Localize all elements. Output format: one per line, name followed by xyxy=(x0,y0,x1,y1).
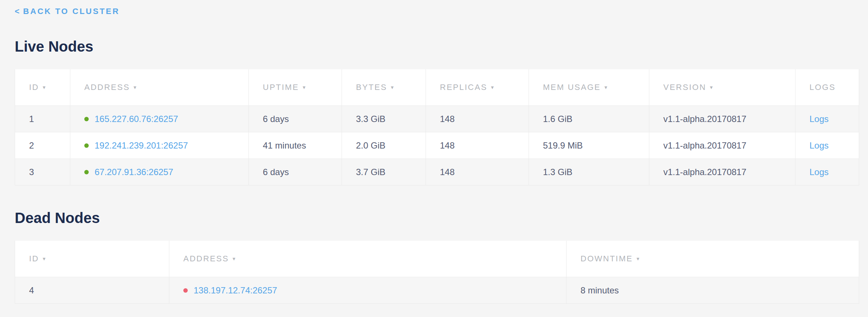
back-chevron-icon: < xyxy=(15,7,20,16)
column-label-bytes[interactable]: BYTES xyxy=(356,83,387,92)
column-header-logs: LOGS xyxy=(795,69,859,105)
column-label-address[interactable]: ADDRESS xyxy=(183,254,229,264)
sort-arrow-icon[interactable]: ▾ xyxy=(43,84,46,91)
column-header-address[interactable]: ADDRESS ▾ xyxy=(169,241,567,277)
cell-node-bytes: 2.0 GiB xyxy=(342,132,426,158)
cell-node-bytes: 3.3 GiB xyxy=(342,106,426,132)
cell-node-logs: Logs xyxy=(795,159,859,185)
node-replicas: 148 xyxy=(440,140,455,151)
cell-node-version: v1.1-alpha.20170817 xyxy=(649,106,795,132)
node-downtime: 8 minutes xyxy=(581,285,619,296)
column-header-address[interactable]: ADDRESS ▾ xyxy=(70,69,249,105)
cell-node-id: 2 xyxy=(15,132,70,158)
live-node-row-3: 3 67.207.91.36:26257 6 days 3.7 GiB 148 … xyxy=(15,158,859,185)
cell-node-logs: Logs xyxy=(795,132,859,158)
dead-status-icon xyxy=(183,288,188,293)
cell-node-address: 192.241.239.201:26257 xyxy=(70,132,249,158)
node-replicas: 148 xyxy=(440,114,455,124)
node-id: 2 xyxy=(29,140,34,151)
column-header-id[interactable]: ID ▾ xyxy=(15,69,70,105)
column-header-version[interactable]: VERSION ▾ xyxy=(649,69,795,105)
cell-node-bytes: 3.7 GiB xyxy=(342,159,426,185)
node-version: v1.1-alpha.20170817 xyxy=(663,140,747,151)
cell-node-version: v1.1-alpha.20170817 xyxy=(649,132,795,158)
back-to-cluster-link[interactable]: < BACK TO CLUSTER xyxy=(15,7,120,16)
node-uptime: 6 days xyxy=(263,167,289,177)
dead-nodes-table: ID ▾ ADDRESS ▾ DOWNTIME ▾ 4 138.197.12.7… xyxy=(15,241,859,304)
live-nodes-header-row: ID ▾ ADDRESS ▾ UPTIME ▾ BYTES ▾ REPLICAS… xyxy=(15,69,859,105)
node-version: v1.1-alpha.20170817 xyxy=(663,114,747,124)
live-node-row-1: 1 165.227.60.76:26257 6 days 3.3 GiB 148… xyxy=(15,105,859,132)
logs-link[interactable]: Logs xyxy=(809,167,829,177)
node-version: v1.1-alpha.20170817 xyxy=(663,167,747,177)
cell-node-mem-usage: 1.3 GiB xyxy=(529,159,649,185)
cell-node-id: 3 xyxy=(15,159,70,185)
sort-arrow-icon[interactable]: ▾ xyxy=(233,255,236,262)
back-link-label: BACK TO CLUSTER xyxy=(23,7,120,16)
dead-node-row-4: 4 138.197.12.74:26257 8 minutes xyxy=(15,277,859,303)
node-mem-usage: 1.6 GiB xyxy=(543,114,572,124)
node-replicas: 148 xyxy=(440,167,455,177)
cell-node-address: 138.197.12.74:26257 xyxy=(169,277,567,303)
node-id: 4 xyxy=(29,285,34,296)
sort-arrow-icon[interactable]: ▾ xyxy=(491,84,495,91)
sort-arrow-icon[interactable]: ▾ xyxy=(636,255,640,262)
nodes-overview-page: < BACK TO CLUSTER Live Nodes ID ▾ ADDRES… xyxy=(0,0,868,304)
sort-arrow-icon[interactable]: ▾ xyxy=(710,84,714,91)
live-node-row-2: 2 192.241.239.201:26257 41 minutes 2.0 G… xyxy=(15,132,859,158)
column-header-replicas[interactable]: REPLICAS ▾ xyxy=(426,69,529,105)
dead-nodes-title: Dead Nodes xyxy=(15,209,859,227)
column-label-version[interactable]: VERSION xyxy=(663,83,706,92)
cell-node-replicas: 148 xyxy=(426,132,529,158)
cell-node-mem-usage: 519.9 MiB xyxy=(529,132,649,158)
node-address-link[interactable]: 165.227.60.76:26257 xyxy=(95,114,178,124)
column-label-uptime[interactable]: UPTIME xyxy=(263,83,299,92)
column-label-downtime[interactable]: DOWNTIME xyxy=(581,254,633,264)
node-address-link[interactable]: 192.241.239.201:26257 xyxy=(95,140,188,151)
dead-nodes-header-row: ID ▾ ADDRESS ▾ DOWNTIME ▾ xyxy=(15,241,859,277)
cell-node-address: 67.207.91.36:26257 xyxy=(70,159,249,185)
sort-arrow-icon[interactable]: ▾ xyxy=(303,84,306,91)
node-bytes: 2.0 GiB xyxy=(356,140,385,151)
column-label-id[interactable]: ID xyxy=(29,254,39,264)
logs-link[interactable]: Logs xyxy=(809,140,829,151)
sort-arrow-icon[interactable]: ▾ xyxy=(391,84,395,91)
live-status-icon xyxy=(84,117,89,121)
cell-node-id: 1 xyxy=(15,106,70,132)
node-address-link[interactable]: 67.207.91.36:26257 xyxy=(95,167,173,177)
column-label-replicas[interactable]: REPLICAS xyxy=(440,83,487,92)
column-header-mem-usage[interactable]: MEM USAGE ▾ xyxy=(529,69,649,105)
column-label-id[interactable]: ID xyxy=(29,83,39,92)
logs-link[interactable]: Logs xyxy=(809,114,829,124)
column-header-id[interactable]: ID ▾ xyxy=(15,241,169,277)
cell-node-logs: Logs xyxy=(795,106,859,132)
sort-arrow-icon[interactable]: ▾ xyxy=(134,84,137,91)
live-status-icon xyxy=(84,170,89,174)
cell-node-replicas: 148 xyxy=(426,159,529,185)
sort-arrow-icon[interactable]: ▾ xyxy=(43,255,46,262)
node-mem-usage: 1.3 GiB xyxy=(543,167,572,177)
sort-arrow-icon[interactable]: ▾ xyxy=(604,84,608,91)
column-header-downtime[interactable]: DOWNTIME ▾ xyxy=(567,241,859,277)
node-mem-usage: 519.9 MiB xyxy=(543,140,583,151)
node-id: 3 xyxy=(29,167,34,177)
live-status-icon xyxy=(84,143,89,148)
node-bytes: 3.7 GiB xyxy=(356,167,385,177)
node-bytes: 3.3 GiB xyxy=(356,114,385,124)
cell-node-version: v1.1-alpha.20170817 xyxy=(649,159,795,185)
node-uptime: 41 minutes xyxy=(263,140,306,151)
live-nodes-title: Live Nodes xyxy=(15,38,859,55)
column-header-uptime[interactable]: UPTIME ▾ xyxy=(249,69,342,105)
cell-node-uptime: 41 minutes xyxy=(249,132,342,158)
column-label-logs: LOGS xyxy=(809,83,836,92)
column-label-address[interactable]: ADDRESS xyxy=(84,83,130,92)
cell-node-uptime: 6 days xyxy=(249,159,342,185)
node-uptime: 6 days xyxy=(263,114,289,124)
cell-node-address: 165.227.60.76:26257 xyxy=(70,106,249,132)
node-id: 1 xyxy=(29,114,34,124)
column-label-mem-usage[interactable]: MEM USAGE xyxy=(543,83,601,92)
cell-node-mem-usage: 1.6 GiB xyxy=(529,106,649,132)
column-header-bytes[interactable]: BYTES ▾ xyxy=(342,69,426,105)
node-address-link[interactable]: 138.197.12.74:26257 xyxy=(194,285,277,296)
cell-node-id: 4 xyxy=(15,277,169,303)
